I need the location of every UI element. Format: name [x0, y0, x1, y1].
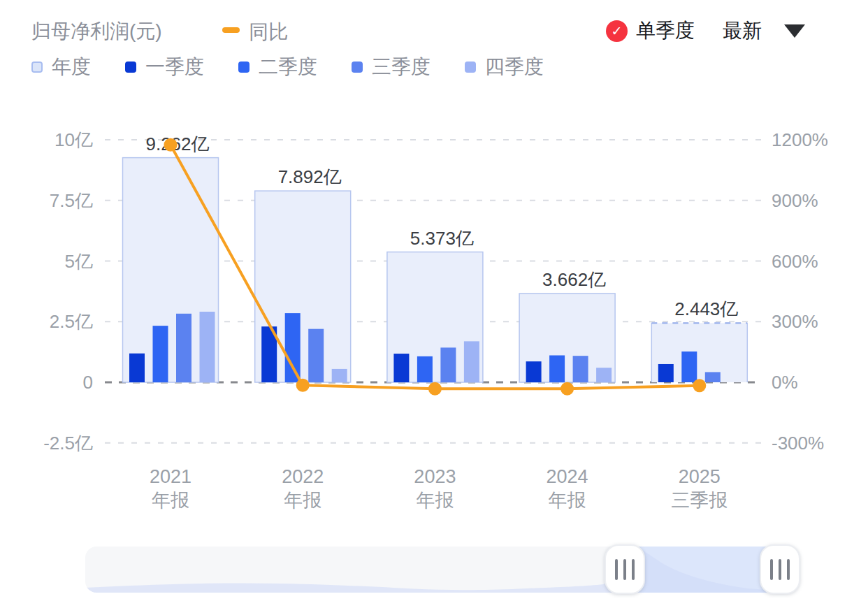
quarter-bar-2025-q3 — [705, 372, 721, 382]
yoy-dot-2025 — [693, 379, 706, 392]
profit-chart: 10亿1200%7.5亿900%5亿600%2.5亿300%00%-2.5亿-3… — [0, 0, 868, 615]
right-axis-tick-2: 600% — [772, 251, 818, 272]
datazoom-track[interactable] — [85, 547, 790, 593]
quarter-bar-2023-q4 — [464, 341, 479, 382]
yoy-dot-2023 — [428, 382, 442, 396]
yoy-dot-2021 — [164, 138, 178, 152]
quarter-bar-2024-q4 — [596, 368, 612, 382]
quarter-bar-2025-q1 — [658, 364, 674, 382]
left-axis-tick-3: 2.5亿 — [50, 311, 93, 332]
quarter-bar-2021-q3 — [176, 314, 191, 382]
quarter-bar-2024-q3 — [573, 356, 588, 382]
quarter-bar-2021-q2 — [153, 326, 168, 382]
quarter-bar-2022-q4 — [332, 369, 347, 382]
left-axis-tick-1: 7.5亿 — [50, 190, 93, 211]
right-axis-tick-0: 1200% — [772, 129, 828, 150]
left-axis-tick-0: 10亿 — [55, 129, 93, 150]
quarter-bar-2024-q2 — [549, 355, 565, 382]
x-label-period-2023[interactable]: 年报 — [416, 490, 454, 511]
value-label-2021: 9.262亿 — [145, 133, 209, 154]
quarter-bar-2022-q2 — [285, 313, 301, 382]
quarter-bar-2022-q3 — [308, 329, 324, 382]
right-axis-tick-3: 300% — [772, 311, 818, 332]
quarter-bar-2023-q2 — [417, 356, 433, 382]
quarter-bar-2021-q4 — [200, 312, 215, 382]
left-axis-tick-2: 5亿 — [65, 251, 93, 272]
value-label-2024: 3.662亿 — [542, 269, 606, 290]
datazoom-left-handle[interactable] — [605, 544, 645, 594]
datazoom-selection[interactable] — [625, 547, 780, 593]
value-label-2025: 2.443亿 — [674, 298, 738, 319]
x-label-period-2021[interactable]: 年报 — [152, 490, 189, 511]
right-axis-tick-1: 900% — [772, 190, 818, 211]
x-label-year-2022[interactable]: 2022 — [282, 466, 324, 487]
x-label-period-2022[interactable]: 年报 — [284, 490, 321, 511]
left-axis-tick-5: -2.5亿 — [43, 433, 93, 454]
quarter-bar-2024-q1 — [526, 361, 542, 382]
datazoom-shadow-area-selected — [625, 547, 780, 593]
x-label-period-2025[interactable]: 三季报 — [671, 490, 728, 511]
quarter-bar-2023-q1 — [393, 354, 409, 382]
left-axis-tick-4: 0 — [83, 372, 93, 393]
x-label-year-2023[interactable]: 2023 — [414, 466, 456, 487]
yoy-dot-2024 — [560, 382, 574, 396]
x-label-year-2021[interactable]: 2021 — [150, 466, 191, 487]
x-label-year-2025[interactable]: 2025 — [679, 466, 721, 487]
datazoom-right-handle[interactable] — [760, 544, 800, 594]
value-label-2022: 7.892亿 — [278, 166, 342, 187]
right-axis-tick-5: -300% — [772, 433, 824, 454]
x-label-year-2024[interactable]: 2024 — [547, 466, 588, 487]
yoy-dot-2022 — [296, 379, 310, 392]
value-label-2023: 5.373亿 — [410, 228, 474, 249]
quarter-bar-2023-q3 — [440, 347, 456, 382]
x-label-period-2024[interactable]: 年报 — [549, 490, 586, 511]
quarter-bar-2025-q2 — [681, 352, 697, 382]
quarter-bar-2021-q1 — [129, 354, 145, 382]
right-axis-tick-4: 0% — [772, 372, 798, 393]
